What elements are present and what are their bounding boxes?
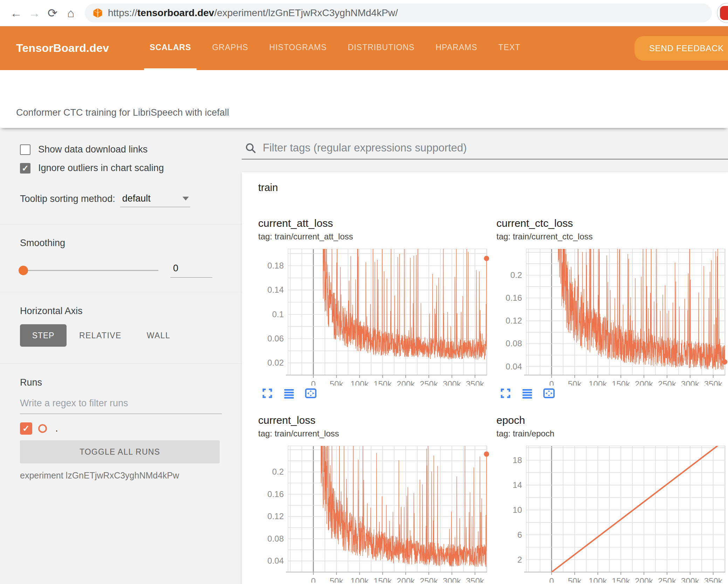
fit-to-view-icon[interactable]: [304, 387, 317, 400]
ignore-outliers-checkbox[interactable]: ✓: [20, 163, 30, 174]
chart-plot-epoch[interactable]: 050k100k150k200k250k300k350k18141062: [496, 442, 728, 583]
forward-icon[interactable]: →: [25, 7, 43, 19]
svg-text:0: 0: [549, 379, 554, 386]
svg-text:150k: 150k: [612, 576, 630, 583]
address-bar[interactable]: https://tensorboard.dev/experiment/lzGnE…: [85, 4, 712, 22]
toggle-all-runs-button[interactable]: TOGGLE ALL RUNS: [20, 440, 220, 463]
run-checkbox[interactable]: ✓: [20, 422, 32, 435]
tab-text[interactable]: TEXT: [493, 26, 526, 70]
svg-text:0.12: 0.12: [506, 316, 522, 325]
svg-text:0.08: 0.08: [506, 339, 522, 348]
profile-badge-icon: [720, 6, 728, 20]
svg-text:150k: 150k: [373, 379, 392, 386]
svg-text:0.12: 0.12: [267, 511, 284, 521]
axis-wall-button[interactable]: WALL: [134, 331, 183, 340]
tensorboard-logo[interactable]: TensorBoard.dev: [16, 42, 109, 55]
chart-block-current_loss: current_losstag: train/current_loss050k1…: [258, 414, 489, 584]
data-table-icon[interactable]: [283, 387, 295, 400]
chart-tag: tag: train/epoch: [496, 428, 728, 439]
show-download-links-checkbox[interactable]: [20, 144, 30, 155]
back-icon[interactable]: ←: [7, 7, 25, 19]
fullscreen-icon[interactable]: [261, 387, 274, 400]
experiment-caption: experiment lzGnETjwRxC3yghNMd4kPw: [20, 470, 222, 481]
chart-block-epoch: epochtag: train/epoch050k100k150k200k250…: [496, 414, 728, 584]
smoothing-value-field[interactable]: 0: [170, 263, 212, 278]
experiment-title: Conformer CTC training for LibriSpeech w…: [16, 107, 229, 118]
home-icon[interactable]: ⌂: [62, 7, 80, 19]
chart-plot-current_loss[interactable]: 050k100k150k200k250k300k350k0.20.160.120…: [258, 442, 489, 583]
svg-text:300k: 300k: [681, 576, 700, 583]
reload-icon[interactable]: ⟳: [43, 7, 62, 19]
tab-graphs[interactable]: GRAPHS: [206, 26, 254, 70]
svg-text:14: 14: [513, 480, 522, 490]
svg-text:0: 0: [311, 576, 316, 583]
run-color-icon[interactable]: [38, 424, 47, 433]
tab-histograms[interactable]: HISTOGRAMS: [264, 26, 332, 70]
chart-plot-current_ctc_loss[interactable]: 050k100k150k200k250k300k350k0.20.160.120…: [496, 245, 728, 386]
filter-tags-input[interactable]: [262, 141, 728, 155]
tag-group-title[interactable]: train: [258, 182, 728, 193]
svg-text:200k: 200k: [635, 576, 653, 583]
svg-text:300k: 300k: [443, 576, 461, 583]
svg-text:150k: 150k: [373, 576, 392, 583]
svg-text:0.04: 0.04: [506, 362, 522, 371]
data-table-icon[interactable]: [521, 387, 534, 400]
browser-profile-avatar[interactable]: [717, 3, 728, 23]
chart-title: epoch: [496, 414, 728, 427]
main-panel: train current_att_losstag: train/current…: [242, 128, 728, 584]
svg-text:0.16: 0.16: [267, 489, 284, 499]
fit-to-view-icon[interactable]: [543, 387, 555, 400]
svg-text:250k: 250k: [658, 379, 677, 386]
axis-step-button[interactable]: STEP: [20, 324, 67, 347]
app-header: TensorBoard.dev SCALARS GRAPHS HISTOGRAM…: [0, 26, 728, 70]
chart-tag: tag: train/current_att_loss: [258, 231, 489, 242]
svg-text:250k: 250k: [420, 576, 438, 583]
nav-tabs: SCALARS GRAPHS HISTOGRAMS DISTRIBUTIONS …: [139, 26, 531, 70]
svg-text:0.1: 0.1: [272, 310, 284, 319]
svg-text:50k: 50k: [330, 576, 344, 583]
fullscreen-icon[interactable]: [499, 387, 512, 400]
run-name: .: [55, 423, 58, 434]
svg-text:300k: 300k: [443, 379, 461, 386]
svg-text:0.2: 0.2: [510, 270, 522, 280]
settings-sidebar: Show data download links ✓ Ignore outlie…: [0, 128, 242, 584]
run-row: ✓ .: [20, 422, 222, 435]
svg-text:100k: 100k: [350, 576, 369, 583]
smoothing-slider-track[interactable]: [20, 270, 158, 271]
axis-relative-button[interactable]: RELATIVE: [67, 331, 134, 340]
svg-text:2: 2: [517, 555, 522, 564]
tab-scalars[interactable]: SCALARS: [144, 26, 197, 70]
runs-heading: Runs: [20, 377, 222, 388]
divider: [0, 364, 242, 364]
chart-plot-current_att_loss[interactable]: 050k100k150k200k250k300k350k0.180.140.10…: [258, 245, 489, 386]
tooltip-sorting-row: Tooltip sorting method: default: [20, 193, 222, 207]
ignore-outliers-label: Ignore outliers in chart scaling: [38, 163, 164, 174]
search-icon: [245, 142, 256, 154]
svg-text:300k: 300k: [681, 379, 700, 386]
svg-text:350k: 350k: [466, 379, 485, 386]
svg-text:0.18: 0.18: [267, 261, 284, 270]
svg-text:100k: 100k: [350, 379, 369, 386]
train-card: train current_att_losstag: train/current…: [242, 172, 728, 584]
experiment-title-band: Conformer CTC training for LibriSpeech w…: [0, 70, 728, 128]
chart-title: current_att_loss: [258, 217, 489, 230]
chart-block-current_ctc_loss: current_ctc_losstag: train/current_ctc_l…: [496, 217, 728, 400]
runs-filter-input[interactable]: [20, 398, 222, 414]
smoothing-slider-row: 0: [20, 265, 222, 275]
chevron-down-icon: [183, 197, 189, 201]
tooltip-sorting-select[interactable]: default: [120, 193, 190, 207]
svg-text:200k: 200k: [397, 379, 415, 386]
chart-tag: tag: train/current_loss: [258, 428, 489, 439]
tab-distributions[interactable]: DISTRIBUTIONS: [342, 26, 420, 70]
tooltip-sorting-value: default: [122, 193, 151, 204]
svg-text:0.14: 0.14: [267, 285, 284, 294]
chart-title: current_loss: [258, 414, 489, 427]
svg-text:50k: 50k: [568, 576, 582, 583]
svg-text:6: 6: [517, 530, 522, 539]
send-feedback-button[interactable]: SEND FEEDBACK: [634, 36, 728, 61]
tab-hparams[interactable]: HPARAMS: [430, 26, 483, 70]
svg-text:50k: 50k: [330, 379, 344, 386]
smoothing-slider-thumb[interactable]: [19, 266, 28, 275]
svg-text:18: 18: [513, 455, 522, 465]
browser-toolbar: ← → ⟳ ⌂ https://tensorboard.dev/experime…: [0, 0, 728, 26]
